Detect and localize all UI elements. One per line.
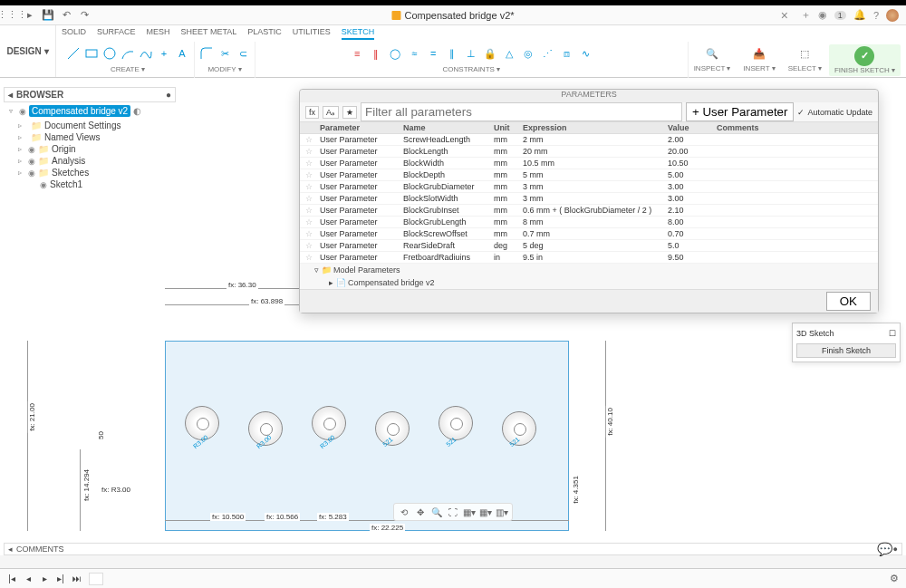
tab-mesh[interactable]: MESH xyxy=(147,25,170,40)
coincident-icon[interactable]: ◯ xyxy=(387,45,403,62)
dim-right1[interactable]: fx: 40.10 xyxy=(606,406,614,438)
dim-side[interactable]: 50 xyxy=(97,429,105,441)
tree-item-document-settings[interactable]: ▹📁 Document Settings xyxy=(9,120,176,131)
grid-icon[interactable]: ▦▾ xyxy=(479,506,492,518)
parallel-icon[interactable]: ∥ xyxy=(444,45,460,62)
concentric-icon[interactable]: ◎ xyxy=(520,45,536,62)
tab-sheet-metal[interactable]: SHEET METAL xyxy=(181,25,237,40)
dim-bot2[interactable]: fx: 10.566 xyxy=(265,513,300,521)
tree-sketch[interactable]: Sketch1 xyxy=(50,179,82,189)
tl-end-icon[interactable]: ⏭ xyxy=(71,573,83,585)
symmetry-icon[interactable]: ⧈ xyxy=(558,45,574,62)
equal-icon[interactable]: = xyxy=(425,45,441,62)
param-row[interactable]: ☆User ParameterFretboardRadiuinsin9.5 in… xyxy=(300,252,878,264)
save-icon[interactable]: 💾 xyxy=(42,9,54,22)
comments-header[interactable]: COMMENTS xyxy=(16,545,64,554)
tab-surface[interactable]: SURFACE xyxy=(97,25,136,40)
rect-icon[interactable] xyxy=(83,45,100,62)
horiz-icon[interactable]: ≡ xyxy=(349,45,365,62)
param-row[interactable]: ☆User ParameterBlockGrubDiametermm3 mm3.… xyxy=(300,181,878,193)
inspect-button[interactable]: 🔍INSPECT ▾ xyxy=(689,44,737,76)
trim-icon[interactable]: ✂ xyxy=(217,45,233,62)
file-icon[interactable]: ▸ xyxy=(24,9,36,22)
text-icon[interactable]: A xyxy=(174,45,190,62)
dim-rad[interactable]: fx: R3.00 xyxy=(100,486,132,494)
orbit-icon[interactable]: ⟲ xyxy=(398,506,410,518)
param-row[interactable]: ☆User ParameterBlockScrewOffsetmm0.7 mm0… xyxy=(300,228,878,240)
dim-top2[interactable]: fx: 63.898 xyxy=(249,297,284,305)
tab-solid[interactable]: SOLID xyxy=(62,25,86,40)
notifications-icon[interactable]: 🔔 xyxy=(853,9,866,21)
close-tab-icon[interactable]: × xyxy=(781,8,788,23)
display-icon[interactable]: ▦▾ xyxy=(463,506,476,518)
params-ok[interactable]: OK xyxy=(826,292,871,311)
select-button[interactable]: ⬚SELECT ▾ xyxy=(783,44,827,76)
midpoint-icon[interactable]: △ xyxy=(501,45,517,62)
tab-sketch[interactable]: SKETCH xyxy=(342,25,375,40)
dim-left1[interactable]: fx: 21.00 xyxy=(28,401,36,433)
jobs-badge[interactable]: 1 xyxy=(834,11,846,20)
tree-root[interactable]: Compensated bridge v2 xyxy=(29,105,130,117)
finish-sketch-btn2[interactable]: Finish Sketch xyxy=(796,343,896,358)
param-row[interactable]: ☆User ParameterBlockLengthmm20 mm20.00 xyxy=(300,146,878,158)
point-icon[interactable]: + xyxy=(156,45,172,62)
line-icon[interactable] xyxy=(65,45,82,62)
finish-sketch-button[interactable]: ✓FINISH SKETCH ▾ xyxy=(829,44,901,76)
fx-icon[interactable]: fx xyxy=(305,106,319,119)
dim-left2[interactable]: fx: 14.294 xyxy=(82,468,91,503)
params-filter[interactable] xyxy=(361,102,682,121)
param-row[interactable]: ☆User ParameterBlockGrubLengthmm8 mm8.00 xyxy=(300,217,878,228)
param-row[interactable]: ☆User ParameterBlockDepthmm5 mm5.00 xyxy=(300,169,878,181)
tab-utilities[interactable]: UTILITIES xyxy=(293,25,331,40)
param-row[interactable]: ☆User ParameterBlockSlotWidthmm3 mm3.00 xyxy=(300,193,878,205)
dim-right2[interactable]: fx: 4.351 xyxy=(572,474,580,506)
undo-icon[interactable]: ↶ xyxy=(60,9,72,22)
tangent-icon[interactable]: ≈ xyxy=(406,45,422,62)
redo-icon[interactable]: ↷ xyxy=(78,9,91,22)
dim-bot3[interactable]: fx: 5.283 xyxy=(317,513,349,521)
views-icon[interactable]: ▥▾ xyxy=(496,506,508,518)
dim-bot1[interactable]: fx: 10.500 xyxy=(210,513,246,521)
model-params-hdr[interactable]: Model Parameters xyxy=(333,265,400,275)
avatar[interactable] xyxy=(886,9,899,22)
lock-icon[interactable]: 🔒 xyxy=(482,45,498,62)
apps-icon[interactable]: ⋮⋮⋮ xyxy=(5,9,18,22)
tuner-4[interactable] xyxy=(439,406,473,440)
dim-top1[interactable]: fx: 36.30 xyxy=(226,281,258,289)
spline-icon[interactable] xyxy=(138,45,154,62)
zoom-icon[interactable]: 🔍 xyxy=(430,506,443,518)
param-row[interactable]: ☆User ParameterScrewHeadLengthmm2 mm2.00 xyxy=(300,134,878,146)
arc-icon[interactable] xyxy=(120,45,136,62)
insert-button[interactable]: 📥INSERT ▾ xyxy=(737,44,780,76)
param-row[interactable]: ☆User ParameterBlockWidthmm10.5 mm10.50 xyxy=(300,158,878,169)
collinear-icon[interactable]: ⋰ xyxy=(539,45,555,62)
tree-item-origin[interactable]: ▹◉📁 Origin xyxy=(9,143,176,155)
tree-item-named-views[interactable]: ▹📁 Named Views xyxy=(9,131,176,143)
new-tab-icon[interactable]: ＋ xyxy=(801,8,811,22)
fav-icon[interactable]: ★ xyxy=(342,106,357,119)
comment-bubble-icon[interactable]: 💬 xyxy=(877,542,892,556)
curvature-icon[interactable]: ∿ xyxy=(577,45,593,62)
fillet-icon[interactable] xyxy=(198,45,215,62)
dim-bot4[interactable]: fx: 22.225 xyxy=(370,524,405,532)
tl-back-icon[interactable]: ◂ xyxy=(22,573,34,585)
help-icon[interactable]: ? xyxy=(873,10,879,21)
workspace-switcher[interactable]: DESIGN ▾ xyxy=(0,25,56,77)
tab-plastic[interactable]: PLASTIC xyxy=(247,25,282,40)
tree-item-sketches[interactable]: ▹◉📁 Sketches xyxy=(9,167,176,178)
model-item[interactable]: Compensated bridge v2 xyxy=(348,278,435,287)
tl-play-icon[interactable]: ▸ xyxy=(38,573,51,585)
perp-icon[interactable]: ⊥ xyxy=(463,45,479,62)
add-user-param-btn[interactable]: + User Parameter xyxy=(686,102,795,121)
vert-icon[interactable]: ‖ xyxy=(368,45,384,62)
tl-fwd-icon[interactable]: ▸| xyxy=(54,573,67,585)
tl-start-icon[interactable]: |◂ xyxy=(5,573,18,585)
extensions-icon[interactable]: ◉ xyxy=(818,9,827,21)
param-row[interactable]: ☆User ParameterRearSideDraftdeg5 deg5.0 xyxy=(300,240,878,252)
tree-item-analysis[interactable]: ▹◉📁 Analysis xyxy=(9,155,176,167)
pan-icon[interactable]: ✥ xyxy=(414,506,427,518)
tl-feature[interactable] xyxy=(89,573,103,585)
tl-settings-icon[interactable]: ⚙ xyxy=(890,573,899,584)
circle-icon[interactable] xyxy=(101,45,118,62)
all-icon[interactable]: Aₐ xyxy=(323,106,339,119)
